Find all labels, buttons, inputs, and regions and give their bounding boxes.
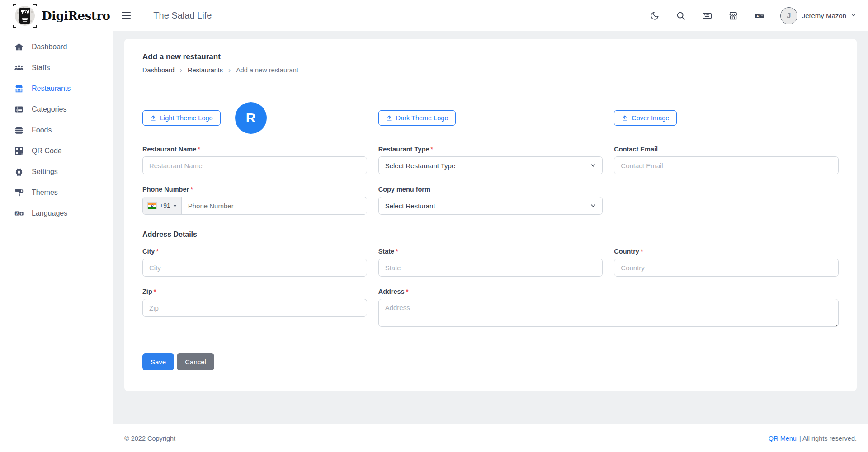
caret-down-icon [173, 205, 177, 207]
restaurant-name-input[interactable] [142, 156, 367, 174]
main-content: Add a new restaurant Dashboard › Restaur… [113, 31, 868, 452]
breadcrumb-separator: › [180, 66, 182, 74]
sidebar-item-label: Languages [32, 209, 67, 217]
translate-icon[interactable]: A [754, 10, 765, 21]
address-details-heading: Address Details [142, 231, 839, 239]
sidebar-item-qr-code[interactable]: QR Code [0, 141, 113, 161]
page-title: Add a new restaurant [142, 52, 839, 61]
india-flag-icon [147, 202, 157, 209]
state-input[interactable] [378, 259, 603, 277]
zip-input[interactable] [142, 299, 367, 317]
contact-email-label: Contact Email [614, 146, 839, 153]
city-label: City* [142, 248, 367, 255]
app-logo-icon [12, 2, 38, 30]
dark-mode-moon-icon[interactable] [649, 10, 660, 21]
sidebar-item-dashboard[interactable]: Dashboard [0, 37, 113, 57]
current-restaurant-name: The Salad Life [153, 10, 212, 21]
country-label: Country* [614, 248, 839, 255]
brand[interactable]: DigiRestro [12, 2, 110, 30]
sidebar-item-restaurants[interactable]: Restaurants [0, 78, 113, 99]
copy-menu-select[interactable]: Select Resturant [378, 197, 603, 215]
top-header: DigiRestro The Salad Life A J Jeremy Maz… [0, 0, 868, 31]
sidebar-item-label: Staffs [32, 64, 50, 72]
copy-menu-label: Copy menu form [378, 186, 603, 193]
list-icon [14, 104, 24, 115]
sidebar-item-settings[interactable]: Settings [0, 161, 113, 182]
search-icon[interactable] [675, 10, 686, 21]
required-marker: * [190, 186, 193, 193]
phone-number-input[interactable] [182, 197, 367, 214]
save-button[interactable]: Save [142, 353, 174, 370]
svg-text:A: A [16, 212, 19, 216]
sidebar-item-label: Restaurants [32, 85, 71, 93]
sidebar-item-themes[interactable]: Themes [0, 182, 113, 203]
add-restaurant-card: Add a new restaurant Dashboard › Restaur… [124, 39, 857, 391]
restaurant-type-label: Restaurant Type* [378, 146, 603, 153]
sidebar-item-label: Dashboard [32, 43, 67, 51]
user-avatar: J [780, 7, 797, 24]
people-icon [14, 62, 24, 73]
state-label: State* [378, 248, 603, 255]
sidebar-item-label: QR Code [32, 147, 62, 155]
keyboard-icon[interactable] [702, 10, 712, 21]
required-marker: * [396, 248, 398, 255]
restaurant-type-select[interactable]: Select Restaurant Type [378, 156, 603, 174]
gear-icon [14, 166, 24, 177]
svg-text:A: A [756, 14, 759, 18]
home-icon [14, 42, 24, 52]
restaurant-name-label: Restaurant Name* [142, 146, 367, 153]
footer: © 2022 Copyright QR Menu | All rights re… [113, 424, 868, 452]
cover-image-upload-button[interactable]: Cover Image [614, 110, 677, 126]
sidebar-item-categories[interactable]: Categories [0, 99, 113, 120]
sidebar-item-label: Themes [32, 188, 58, 197]
breadcrumb-separator: › [228, 66, 231, 74]
user-menu[interactable]: J Jeremy Mazon [780, 7, 856, 24]
country-input[interactable] [614, 259, 839, 277]
breadcrumb-dashboard[interactable]: Dashboard [142, 66, 175, 74]
city-input[interactable] [142, 259, 367, 277]
sidebar-nav: Dashboard Staffs Restaurants Categories … [0, 31, 113, 452]
card-body: Light Theme Logo R Dark Theme Logo Cover… [124, 84, 857, 391]
required-marker: * [154, 288, 156, 295]
required-marker: * [406, 288, 409, 295]
dark-theme-logo-upload-button[interactable]: Dark Theme Logo [378, 110, 456, 126]
chevron-down-icon [590, 162, 597, 169]
upload-icon [150, 115, 156, 121]
burger-icon [14, 125, 24, 136]
dial-code: +91 [160, 202, 170, 209]
storefront-icon [14, 83, 24, 94]
breadcrumb-restaurants[interactable]: Restaurants [188, 66, 223, 74]
required-marker: * [198, 146, 200, 153]
phone-number-label: Phone Number* [142, 186, 367, 193]
cancel-button[interactable]: Cancel [177, 353, 214, 370]
sidebar-item-languages[interactable]: A Languages [0, 203, 113, 224]
required-marker: * [430, 146, 433, 153]
sidebar-item-label: Settings [32, 168, 58, 176]
qr-menu-link[interactable]: QR Menu [769, 435, 797, 442]
contact-email-input[interactable] [614, 156, 839, 174]
chevron-down-icon [851, 12, 856, 20]
chevron-down-icon [590, 202, 597, 209]
required-marker: * [641, 248, 643, 255]
sidebar-item-staffs[interactable]: Staffs [0, 57, 113, 78]
dial-code-select[interactable]: +91 [143, 197, 182, 214]
breadcrumb: Dashboard › Restaurants › Add a new rest… [142, 66, 839, 74]
upload-icon [622, 115, 628, 121]
sidebar-item-label: Categories [32, 105, 66, 113]
sidebar-toggle-button[interactable] [120, 10, 132, 21]
storefront-icon[interactable] [728, 10, 739, 21]
phone-input-group: +91 [142, 197, 367, 215]
upload-icon [386, 115, 392, 121]
light-theme-logo-upload-button[interactable]: Light Theme Logo [142, 110, 221, 126]
user-name: Jeremy Mazon [802, 12, 846, 19]
brand-name: DigiRestro [42, 9, 110, 23]
sidebar-item-label: Foods [32, 126, 52, 134]
restaurant-logo-preview: R [235, 102, 267, 134]
address-label: Address* [378, 288, 839, 295]
address-textarea[interactable] [378, 299, 839, 327]
qr-code-icon [14, 146, 24, 156]
paint-roller-icon [14, 187, 24, 198]
sidebar-item-foods[interactable]: Foods [0, 120, 113, 141]
rights-text: | All rights reserved. [799, 435, 857, 442]
copyright-text: © 2022 Copyright [124, 435, 175, 442]
